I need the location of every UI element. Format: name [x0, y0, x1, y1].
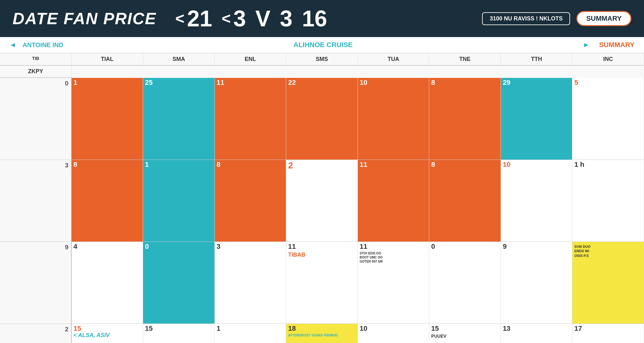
cal-cell-3-2[interactable]: 0: [143, 242, 215, 324]
cal-cell-2-8[interactable]: 1 h: [572, 160, 644, 242]
chevron-left-1: <: [175, 9, 185, 28]
reviews-button[interactable]: 3100 NU RAVISS ! NKLOTS: [482, 12, 570, 25]
header-numbers: < 21 < 3 V 3 16: [175, 6, 464, 31]
nav-title: ANTOINE IND: [23, 41, 64, 49]
cal-row-1: 0 1 25 11 22 10 8: [0, 78, 644, 160]
header-v: V: [255, 6, 270, 31]
cal-cell-4-7[interactable]: 13: [501, 324, 573, 343]
cal-cell-3-8[interactable]: SVM DUOENDS WIOSIS P.S: [572, 242, 644, 324]
cal-cell-4-3[interactable]: 1: [215, 324, 286, 343]
col-header-enl: ENL: [215, 53, 286, 66]
nav-prev-button[interactable]: ◄: [9, 41, 16, 49]
cal-cell-1-7[interactable]: 29: [501, 78, 573, 160]
col-header-tua: TUA: [358, 53, 430, 66]
cal-cell-3-7[interactable]: 9: [501, 242, 573, 324]
header-num-4: 3: [280, 6, 292, 31]
col-header-tib: TIB: [0, 53, 72, 66]
cal-cell-1-4[interactable]: 22: [286, 78, 358, 160]
nav-bar: ◄ ANTOINE IND ALIHNOE CRUISE ► SUMMARY: [0, 37, 644, 53]
header: DATE FAN PRICE < 21 < 3 V 3 16 3100 NU R…: [0, 0, 644, 37]
cal-cell-2-3[interactable]: 8: [215, 160, 286, 242]
app-container: DATE FAN PRICE < 21 < 3 V 3 16 3100 NU R…: [0, 0, 644, 343]
cal-cell-4-2[interactable]: 15: [143, 324, 215, 343]
cal-cell-4-1[interactable]: 15 < ALSA, ASIV: [72, 324, 143, 343]
cal-cell-2-1[interactable]: 8: [72, 160, 143, 242]
calendar-header: TIB TIAL SMA ENL SMS TUA TNE TTH INC ZKP…: [0, 53, 644, 78]
cal-cell-1-8[interactable]: 5: [572, 78, 644, 160]
nav-summary-label: SUMMARY: [599, 41, 635, 49]
cal-cell-1-5[interactable]: 10: [358, 78, 430, 160]
calendar-body: 0 1 25 11 22 10 8: [0, 78, 644, 343]
header-number-3b: 3: [280, 6, 292, 31]
header-number-16: 16: [302, 6, 327, 31]
header-num-3: V: [255, 6, 270, 31]
row-label-2: 2: [0, 324, 72, 343]
col-header-inc: INC: [572, 53, 644, 66]
cal-cell-1-3[interactable]: 11: [215, 78, 286, 160]
cal-cell-2-6[interactable]: 8: [429, 160, 501, 242]
header-num-5: 16: [302, 6, 327, 31]
header-number-3: 3: [233, 6, 246, 31]
cal-cell-1-2[interactable]: 25: [143, 78, 215, 160]
cal-cell-3-5[interactable]: 11 STOI SOIS OOBOOT UMC OOGOTER 007 SM: [358, 242, 430, 324]
calendar: TIB TIAL SMA ENL SMS TUA TNE TTH INC ZKP…: [0, 53, 644, 343]
cal-cell-1-1[interactable]: 1: [72, 78, 143, 160]
cal-cell-4-8[interactable]: 17: [572, 324, 644, 343]
col-header-tne: TNE: [429, 53, 501, 66]
cal-row-3: 9 4 0 3 11 TIBAB 11 STOI SOIS OOBOOT UMC: [0, 242, 644, 324]
header-title: DATE FAN PRICE: [13, 9, 157, 28]
nav-subtitle: ALIHNOE CRUISE: [63, 41, 583, 49]
cal-cell-2-7[interactable]: 10: [501, 160, 573, 242]
cal-row-2: 3 8 1 8 2 11 8: [0, 160, 644, 242]
row-label-9: 9: [0, 242, 72, 324]
cal-cell-3-6[interactable]: 0: [429, 242, 501, 324]
col-header-sms: SMS: [286, 53, 358, 66]
col-header-tth: TTH: [501, 53, 573, 66]
cal-cell-3-1[interactable]: 4: [72, 242, 143, 324]
cal-cell-3-3[interactable]: 3: [215, 242, 286, 324]
row-label-0: 0: [0, 78, 72, 160]
col-header-zkpy: ZKPY: [0, 66, 72, 78]
cal-cell-3-4[interactable]: 11 TIBAB: [286, 242, 358, 324]
col-header-tial: TIAL: [72, 53, 143, 66]
header-number-21: 21: [187, 6, 212, 31]
cal-cell-2-4[interactable]: 2: [286, 160, 358, 242]
header-num-2: < 3: [222, 6, 246, 31]
row-label-3: 3: [0, 160, 72, 242]
col-header-sma: SMA: [143, 53, 215, 66]
cal-cell-2-2[interactable]: 1: [143, 160, 215, 242]
cal-cell-1-6[interactable]: 8: [429, 78, 501, 160]
cal-row-4: 2 15 < ALSA, ASIV 15 1 18 AFTEREBUI'ET G…: [0, 324, 644, 343]
cal-cell-4-4[interactable]: 18 AFTEREBUI'ET GOAEF FROMUD: [286, 324, 358, 343]
header-num-1: < 21: [175, 6, 212, 31]
summary-button[interactable]: SUMMARY: [576, 11, 631, 26]
nav-next-button[interactable]: ►: [583, 41, 590, 49]
cal-cell-4-6[interactable]: 15 PUUEV: [429, 324, 501, 343]
cal-cell-4-5[interactable]: 10: [358, 324, 430, 343]
cal-cell-2-5[interactable]: 11: [358, 160, 430, 242]
chevron-left-2: <: [222, 9, 231, 28]
header-actions: 3100 NU RAVISS ! NKLOTS SUMMARY: [482, 11, 631, 26]
